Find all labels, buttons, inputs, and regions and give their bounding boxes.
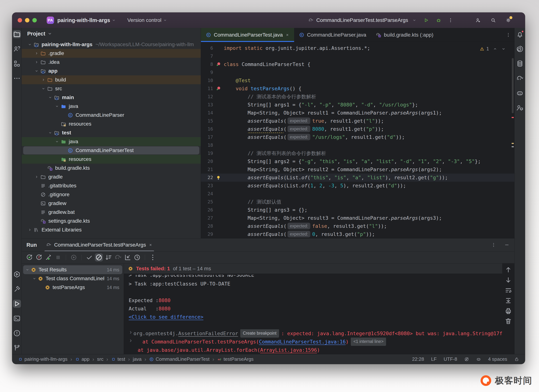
code-line-20[interactable]: 20 String[] args2 = {"-g", "this", "is",… xyxy=(201,157,514,165)
code-line-16[interactable]: 16 assertEquals(expected:8080, result1.g… xyxy=(201,125,514,133)
line-number[interactable]: 14 xyxy=(201,109,213,117)
people-help-button[interactable] xyxy=(13,45,21,53)
code-line-6[interactable]: 6import static org.junit.jupiter.api.Ass… xyxy=(201,44,514,52)
code-line-7[interactable]: 7 xyxy=(201,52,514,60)
tree-item[interactable]: .idea xyxy=(22,58,201,67)
clear-trash-button[interactable] xyxy=(504,317,512,325)
caret-position-widget[interactable]: 22:28 xyxy=(412,356,424,362)
chevron-down-icon[interactable] xyxy=(54,104,60,108)
tree-item[interactable]: gradle xyxy=(22,172,201,181)
test-failed-icon[interactable] xyxy=(213,62,224,67)
lightbulb-icon[interactable] xyxy=(213,175,224,180)
services-button[interactable] xyxy=(13,270,21,278)
arrow-up-button[interactable] xyxy=(504,266,512,274)
settings-button[interactable] xyxy=(505,17,511,23)
error-stripe-mark[interactable] xyxy=(512,117,514,118)
editor-scrollbar[interactable] xyxy=(511,42,514,238)
breadcrumb-item[interactable]: src xyxy=(97,356,103,362)
close-icon[interactable] xyxy=(149,243,153,247)
line-number[interactable]: 15 xyxy=(201,117,213,125)
breadcrumb-item[interactable]: pairing-with-llm-args xyxy=(18,356,67,362)
tree-item[interactable]: CCommandLineParserTest xyxy=(22,146,201,155)
line-number[interactable]: 27 xyxy=(201,214,213,222)
rerun-button[interactable] xyxy=(25,253,34,261)
console-link[interactable]: CommandLineParserTest.java:16 xyxy=(259,339,346,344)
gradle-button[interactable] xyxy=(114,253,122,261)
tree-item[interactable]: Kbuild.gradle.kts xyxy=(22,164,201,172)
test-tree-row[interactable]: Test Results14 ms xyxy=(23,265,122,274)
code-line-26[interactable]: 26 String[] args3 = {}; xyxy=(201,206,514,214)
chevron-down-icon[interactable] xyxy=(501,47,506,51)
chevron-down-icon[interactable] xyxy=(47,95,53,100)
tree-item[interactable]: build xyxy=(22,75,201,84)
scrollbar-thumb[interactable] xyxy=(512,58,514,113)
ai-status-icon[interactable] xyxy=(464,357,469,362)
line-number[interactable]: 20 xyxy=(201,157,213,165)
chevron-right-icon[interactable] xyxy=(33,175,40,179)
code-line-23[interactable]: 23 assertEquals(List.of(1, 2, -3, 5), re… xyxy=(201,182,514,190)
rerun-auto-button[interactable] xyxy=(44,253,53,261)
tree-item[interactable]: gradlew.bat xyxy=(22,208,201,217)
ai-assistant-button[interactable] xyxy=(516,45,524,53)
notifications-bell-button[interactable] xyxy=(516,30,524,38)
code-line-21[interactable]: 21 Map<String, Object> result2 = Command… xyxy=(201,165,514,174)
tree-item[interactable]: .gradle xyxy=(22,49,201,58)
test-tree-row[interactable]: testParseArgs14 ms xyxy=(23,283,122,292)
tab-options-button[interactable] xyxy=(505,32,511,38)
breadcrumb-item[interactable]: java xyxy=(133,356,142,362)
more-options-button[interactable] xyxy=(491,242,496,248)
console-output[interactable]: > Task :app:processTestResources NO-SOUR… xyxy=(124,274,502,354)
debug-button[interactable] xyxy=(436,17,442,23)
tree-item[interactable]: resources xyxy=(22,155,201,164)
chevron-right-icon[interactable] xyxy=(33,51,40,56)
tree-item[interactable]: src xyxy=(22,84,201,93)
kebab-button[interactable] xyxy=(149,253,157,261)
run-configuration-selector[interactable]: CommandLineParserTest.testParseArgs xyxy=(308,17,417,23)
code-line-9[interactable]: 9 xyxy=(201,68,514,77)
scroll-end-button[interactable] xyxy=(504,297,512,305)
code-line-14[interactable]: 14 Map<String, Object> result1 = Command… xyxy=(201,109,514,117)
editor-tab[interactable]: CCommandLineParser.java xyxy=(294,28,371,42)
tree-item[interactable]: java xyxy=(22,137,201,146)
run-play-button[interactable] xyxy=(13,300,21,308)
indent-size-widget[interactable]: 4 spaces xyxy=(488,356,507,362)
code-line-28[interactable]: 28 assertEquals(expected:false, result3.… xyxy=(201,222,514,230)
code-line-18[interactable]: 18 xyxy=(201,141,514,149)
line-number[interactable]: 23 xyxy=(201,182,213,190)
code-editor[interactable]: 1 6import static org.junit.jupiter.api. xyxy=(201,42,514,238)
add-user-button[interactable] xyxy=(475,17,481,23)
minimize-window-button[interactable] xyxy=(25,18,29,22)
tree-item[interactable]: CCommandLineParser xyxy=(22,111,201,120)
chevron-up-icon[interactable] xyxy=(493,47,497,51)
line-number[interactable]: 22 xyxy=(201,174,213,182)
build-hammer-button[interactable] xyxy=(13,285,21,293)
arrow-down-button[interactable] xyxy=(504,276,512,284)
breadcrumb-item[interactable]: app xyxy=(75,356,89,362)
user-chat-button[interactable] xyxy=(516,104,524,112)
line-number[interactable]: 8 xyxy=(201,60,213,68)
code-line-24[interactable]: 24 xyxy=(201,190,514,198)
breadcrumb-item[interactable]: test xyxy=(111,356,125,362)
code-line-10[interactable]: 10 @Test xyxy=(201,77,514,85)
structure-button[interactable] xyxy=(13,60,21,68)
line-number[interactable]: 10 xyxy=(201,77,213,85)
sort-duration-button[interactable] xyxy=(104,253,112,261)
more-actions-button[interactable] xyxy=(448,17,453,23)
line-number[interactable]: 12 xyxy=(201,93,213,101)
line-number[interactable]: 25 xyxy=(201,198,213,206)
tree-item[interactable]: pairing-with-llm-args~/Workspaces/LLM-Co… xyxy=(22,40,201,49)
unlock-icon[interactable] xyxy=(514,357,519,362)
code-line-11[interactable]: 11 void testParseArgs() { xyxy=(201,85,514,93)
line-number[interactable]: 6 xyxy=(201,44,213,52)
line-number[interactable]: 13 xyxy=(201,101,213,109)
code-line-17[interactable]: 17 assertEquals(expected:"/usr/logs", re… xyxy=(201,133,514,141)
close-tab-icon[interactable] xyxy=(285,33,289,37)
code-line-15[interactable]: 15 assertEquals(expected:true, result1.g… xyxy=(201,117,514,125)
warning-stripe-mark[interactable] xyxy=(512,143,514,144)
tree-item[interactable]: External Libraries xyxy=(22,225,201,234)
code-line-8[interactable]: 8class CommandLineParserTest { xyxy=(201,60,514,68)
history-clock-button[interactable] xyxy=(133,253,141,261)
chevron-right-icon[interactable] xyxy=(40,77,47,82)
run-button[interactable] xyxy=(423,17,429,23)
chevron-down-icon[interactable] xyxy=(54,139,60,144)
